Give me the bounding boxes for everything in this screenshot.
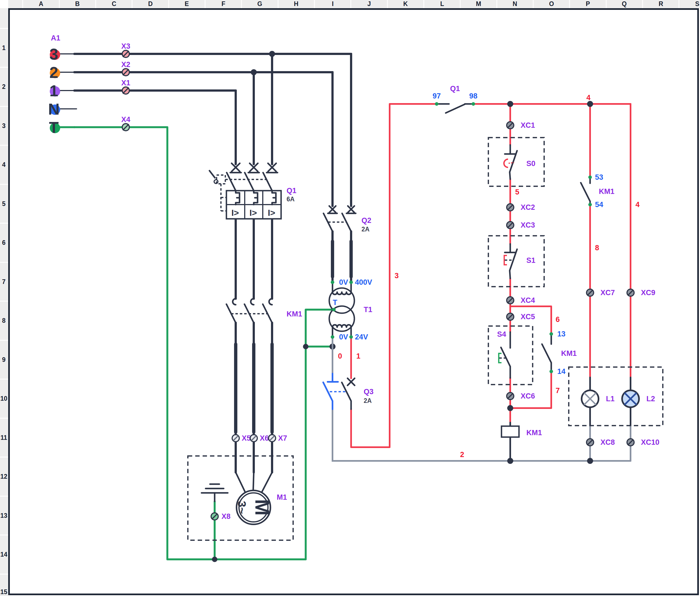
row-label: 7 <box>2 278 6 285</box>
terminal-xc1-label: XC1 <box>521 121 535 129</box>
terminal-xc1[interactable]: XC1 <box>507 121 535 129</box>
x-terminals[interactable]: X3 X2 X1 X4 X5 X6 X7 <box>121 42 287 521</box>
q1-overload-box: I> I> I> <box>226 191 281 219</box>
s4-contact <box>501 332 510 378</box>
header-corner <box>0 0 8 8</box>
lamp-l1[interactable]: L1 <box>581 390 615 407</box>
wire-7: 7 <box>555 387 560 395</box>
terminal-x1-label: X1 <box>121 79 130 87</box>
button-s1[interactable]: S1 <box>488 236 544 287</box>
terminal-xc8-label: XC8 <box>600 438 615 446</box>
col-label: J <box>367 0 371 7</box>
row-label: 10 <box>0 395 7 402</box>
row-label: 9 <box>2 356 6 363</box>
terminal-x1[interactable]: X1 <box>121 79 130 94</box>
km1-coil[interactable]: KM1 <box>501 426 542 437</box>
q3-neutral-terminal <box>328 374 338 382</box>
terminal-xc6[interactable]: XC6 <box>507 392 535 400</box>
t1-tap-label: T <box>333 298 337 307</box>
button-s0[interactable]: S0 <box>488 138 544 186</box>
contactor-km1-main[interactable]: KM1 <box>226 299 302 323</box>
q1-aux-contact[interactable]: 97 98 Q1 <box>433 84 477 113</box>
col-label: B <box>75 0 80 7</box>
t1-label: T1 <box>364 305 372 314</box>
terminal-x4[interactable]: X4 <box>121 116 130 131</box>
km1-aux-53-54[interactable]: 53 54 KM1 <box>581 173 615 209</box>
t1-secondary-0v: 0V <box>339 333 348 341</box>
km1-fixed-contacts <box>233 299 272 305</box>
breaker-q2[interactable]: Q2 2A <box>323 206 371 233</box>
s0-contact <box>505 145 517 179</box>
q1-rating: 6A <box>287 196 294 203</box>
km1-coil-label: KM1 <box>526 429 542 437</box>
q2-disconnect-marks <box>328 206 356 213</box>
terminal-xc5-label: XC5 <box>521 313 535 321</box>
terminal-xc9[interactable]: XC9 <box>627 289 655 297</box>
source-l3[interactable]: 3 <box>50 45 60 63</box>
power-wires <box>60 51 351 492</box>
button-s4[interactable]: S4 <box>488 326 533 384</box>
t1-primary-winding <box>333 292 351 295</box>
row-label: 8 <box>2 317 6 324</box>
q1-aux-98: 98 <box>469 92 477 100</box>
row-label: 1 <box>2 44 6 51</box>
terminal-x3-label: X3 <box>121 42 130 50</box>
terminal-xc3[interactable]: XC3 <box>507 221 535 229</box>
q1-magnetic-elements: I> I> I> <box>231 208 275 218</box>
terminal-x5[interactable]: X5 <box>232 434 251 442</box>
l3-glyph: 3 <box>50 45 58 63</box>
terminal-xc7[interactable]: XC7 <box>587 289 615 297</box>
terminal-x2[interactable]: X2 <box>121 60 130 76</box>
lamp-l2-label: L2 <box>646 395 655 403</box>
km1-aux-54: 54 <box>595 200 603 209</box>
terminal-xc10[interactable]: XC10 <box>627 438 659 446</box>
source-l2[interactable]: 2 <box>50 64 60 81</box>
breaker-q3[interactable]: Q3 2A <box>323 374 373 409</box>
terminal-xc6-label: XC6 <box>521 392 535 400</box>
col-label: R <box>659 0 663 7</box>
motor-text: M 3~ <box>235 499 273 516</box>
schematic-canvas: A B C D E F G H I J K L M N O P Q R S 1 … <box>0 0 700 596</box>
transformer-t1[interactable]: 0V 400V 0V 24V T T1 <box>329 278 372 341</box>
col-label: L <box>440 0 444 7</box>
terminal-x8[interactable]: X8 <box>211 512 231 521</box>
source-pe[interactable]: T <box>49 119 60 136</box>
q1-label: Q1 <box>287 187 296 195</box>
terminal-xc8[interactable]: XC8 <box>587 438 615 446</box>
t1-secondary-winding <box>333 325 351 327</box>
col-label: N <box>513 0 517 7</box>
terminal-x6[interactable]: X6 <box>250 434 269 442</box>
source-n[interactable]: N <box>48 100 60 118</box>
terminal-xc2[interactable]: XC2 <box>507 203 535 212</box>
row-label: 3 <box>2 122 6 129</box>
q3-disconnect-mark <box>347 378 355 386</box>
q3-neutral-blade <box>323 382 333 409</box>
breaker-q1[interactable]: I> I> I> Q1 6A <box>209 163 296 219</box>
row-label: 15 <box>0 588 7 595</box>
col-label: E <box>185 0 189 7</box>
terminal-x3[interactable]: X3 <box>121 42 130 57</box>
col-label: Q <box>622 0 627 7</box>
km1-aux-no-blade <box>542 336 551 370</box>
supply-block[interactable]: A1 3 2 1 N T <box>48 34 60 136</box>
wire-6: 6 <box>555 315 560 324</box>
q1-aux-blade <box>439 104 471 113</box>
terminal-xc5[interactable]: XC5 <box>507 313 535 321</box>
pe-glyph: T <box>49 119 58 136</box>
motor-m1[interactable]: M 3~ M1 <box>188 456 293 540</box>
s0-mushroom-icon <box>504 159 508 167</box>
source-l1[interactable]: 1 <box>50 82 60 100</box>
col-label: K <box>403 0 408 7</box>
terminal-x7[interactable]: X7 <box>268 434 287 442</box>
terminal-xc4[interactable]: XC4 <box>507 296 535 304</box>
terminal-x7-label: X7 <box>278 434 287 442</box>
lamp-panel[interactable]: L1 L2 <box>569 367 663 426</box>
lamp-l2[interactable]: L2 <box>622 390 655 407</box>
motor-phases: 3~ <box>235 501 248 514</box>
km1-aux-13-14[interactable]: 13 14 KM1 <box>542 330 577 376</box>
terminal-x8-label: X8 <box>222 512 231 521</box>
t1-primary-0v: 0V <box>339 278 348 287</box>
terminal-xc10-label: XC10 <box>641 438 659 446</box>
s1-enclosure <box>488 236 544 287</box>
terminal-x4-label: X4 <box>121 116 130 124</box>
